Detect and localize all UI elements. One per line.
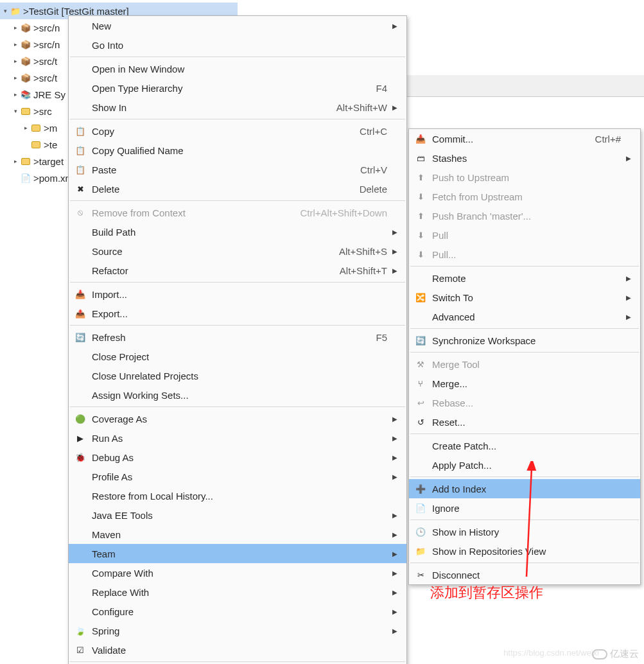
ctx-new[interactable]: New▶ xyxy=(69,16,406,35)
team-switch-to[interactable]: 🔀Switch To▶ xyxy=(409,288,640,307)
pkg-icon xyxy=(21,22,31,33)
expand-arrow-icon[interactable]: ▸ xyxy=(12,40,19,48)
menu-item-icon: ⚒ xyxy=(413,360,428,369)
tree-item-label: pom.xn xyxy=(39,173,71,184)
tree-item-label: target xyxy=(39,156,64,167)
menu-item-label: Refactor xyxy=(88,265,340,276)
ctx-copy-qualified-name[interactable]: 📋Copy Qualified Name xyxy=(69,141,406,160)
team-commit[interactable]: 📥Commit...Ctrl+# xyxy=(409,129,640,148)
expand-arrow-icon[interactable] xyxy=(22,141,30,148)
ctx-configure[interactable]: Configure▶ xyxy=(69,602,406,621)
ctx-refactor[interactable]: RefactorAlt+Shift+T▶ xyxy=(69,261,406,280)
tree-item-label: m xyxy=(49,123,58,134)
expand-arrow-icon[interactable]: ▸ xyxy=(12,74,19,82)
ctx-restore-from-local-history[interactable]: Restore from Local History... xyxy=(69,486,406,505)
ctx-export[interactable]: 📤Export... xyxy=(69,304,406,323)
ctx-delete[interactable]: ✖DeleteDelete xyxy=(69,179,406,198)
menu-item-shortcut: Ctrl+Alt+Shift+Down xyxy=(300,207,391,218)
expand-arrow-icon[interactable]: ▸ xyxy=(12,91,19,98)
team-merge-tool: ⚒Merge Tool xyxy=(409,354,640,374)
watermark-logo: 亿速云 xyxy=(592,648,639,660)
menu-item-icon: 🍃 xyxy=(73,626,88,636)
menu-item-label: Merge Tool xyxy=(428,359,621,370)
expand-arrow-icon[interactable]: ▸ xyxy=(22,124,30,132)
expand-arrow-icon[interactable]: ▾ xyxy=(1,7,9,15)
expand-arrow-icon[interactable] xyxy=(12,174,19,182)
ctx-paste[interactable]: 📋PasteCtrl+V xyxy=(69,160,406,179)
ctx-open-type-hierarchy[interactable]: Open Type HierarchyF4 xyxy=(69,78,406,98)
ctx-close-unrelated-projects[interactable]: Close Unrelated Projects xyxy=(69,366,406,385)
ctx-close-project[interactable]: Close Project xyxy=(69,347,406,366)
annotation-text: 添加到暂存区操作 xyxy=(430,583,543,602)
cloud-icon xyxy=(592,649,607,660)
team-rebase: ↩Rebase... xyxy=(409,393,640,412)
submenu-arrow-icon: ▶ xyxy=(391,267,399,274)
menu-item-label: Import... xyxy=(88,289,387,300)
ctx-replace-with[interactable]: Replace With▶ xyxy=(69,582,406,602)
menu-item-shortcut: Ctrl+C xyxy=(360,126,391,137)
menu-item-label: Coverage As xyxy=(88,414,387,424)
ctx-go-into[interactable]: Go Into xyxy=(69,35,406,55)
menu-item-label: Merge... xyxy=(428,378,621,389)
expand-arrow-icon[interactable]: ▸ xyxy=(12,157,19,165)
menu-item-shortcut: Ctrl+# xyxy=(595,134,625,144)
ctx-profile-as[interactable]: Profile As▶ xyxy=(69,467,406,486)
svg-line-0 xyxy=(527,467,532,577)
ctx-source[interactable]: SourceAlt+Shift+S▶ xyxy=(69,241,406,261)
menu-item-label: Pull xyxy=(428,230,621,241)
menu-item-label: Copy xyxy=(88,126,360,137)
ctx-assign-working-sets[interactable]: Assign Working Sets... xyxy=(69,385,406,405)
menu-item-label: Pull... xyxy=(428,249,621,260)
ctx-debug-as[interactable]: 🐞Debug As▶ xyxy=(69,448,406,467)
ctx-run-as[interactable]: ▶Run As▶ xyxy=(69,428,406,448)
submenu-arrow-icon: ▶ xyxy=(625,294,632,301)
menu-item-label: Create Patch... xyxy=(428,441,621,451)
submenu-arrow-icon: ▶ xyxy=(391,248,399,255)
menu-item-label: Stashes xyxy=(428,153,621,164)
menu-item-shortcut: Alt+Shift+T xyxy=(340,265,391,276)
ctx-spring[interactable]: 🍃Spring▶ xyxy=(69,621,406,640)
menu-item-icon: ⦸ xyxy=(73,207,88,218)
menu-item-label: Configure xyxy=(88,606,387,617)
expand-arrow-icon[interactable]: ▸ xyxy=(12,24,19,31)
ctx-show-in[interactable]: Show InAlt+Shift+W▶ xyxy=(69,98,406,117)
ctx-maven[interactable]: Maven▶ xyxy=(69,525,406,544)
menu-item-label: Build Path xyxy=(88,227,387,238)
team-reset[interactable]: ↺Reset... xyxy=(409,412,640,432)
team-synchronize-workspace[interactable]: 🔄Synchronize Workspace xyxy=(409,331,640,350)
ctx-coverage-as[interactable]: 🟢Coverage As▶ xyxy=(69,409,406,428)
jre-icon xyxy=(21,89,31,100)
submenu-arrow-icon: ▶ xyxy=(391,454,399,461)
submenu-arrow-icon: ▶ xyxy=(391,415,399,423)
team-create-patch[interactable]: Create Patch... xyxy=(409,436,640,455)
menu-item-label: Assign Working Sets... xyxy=(88,390,387,401)
team-merge[interactable]: ⑂Merge... xyxy=(409,374,640,393)
ctx-compare-with[interactable]: Compare With▶ xyxy=(69,563,406,582)
menu-item-icon: ↺ xyxy=(413,417,428,427)
menu-item-icon: 🗃 xyxy=(413,153,428,163)
team-remote[interactable]: Remote▶ xyxy=(409,268,640,288)
ctx-validate[interactable]: ☑Validate xyxy=(69,640,406,660)
ctx-open-in-new-window[interactable]: Open in New Window xyxy=(69,59,406,78)
menu-item-label: New xyxy=(88,21,387,31)
ctx-build-path[interactable]: Build Path▶ xyxy=(69,222,406,241)
ctx-copy[interactable]: 📋CopyCtrl+C xyxy=(69,121,406,141)
menu-item-icon: 📁 xyxy=(413,546,428,556)
ctx-refresh[interactable]: 🔄RefreshF5 xyxy=(69,328,406,347)
team-stashes[interactable]: 🗃Stashes▶ xyxy=(409,148,640,168)
menu-item-label: Reset... xyxy=(428,417,621,428)
ctx-java-ee-tools[interactable]: Java EE Tools▶ xyxy=(69,505,406,525)
submenu-arrow-icon: ▶ xyxy=(391,473,399,480)
ctx-team[interactable]: Team▶ xyxy=(69,544,406,563)
team-advanced[interactable]: Advanced▶ xyxy=(409,307,640,326)
menu-item-label: Go Into xyxy=(88,40,387,51)
expand-arrow-icon[interactable]: ▸ xyxy=(12,57,19,65)
submenu-arrow-icon: ▶ xyxy=(391,531,399,538)
menu-separator xyxy=(410,328,639,329)
menu-item-label: Open Type Hierarchy xyxy=(88,83,376,94)
submenu-arrow-icon: ▶ xyxy=(625,313,632,320)
ctx-import[interactable]: 📥Import... xyxy=(69,284,406,304)
expand-arrow-icon[interactable]: ▾ xyxy=(12,107,19,115)
menu-item-label: Paste xyxy=(88,164,360,175)
menu-item-label: Close Project xyxy=(88,351,387,362)
